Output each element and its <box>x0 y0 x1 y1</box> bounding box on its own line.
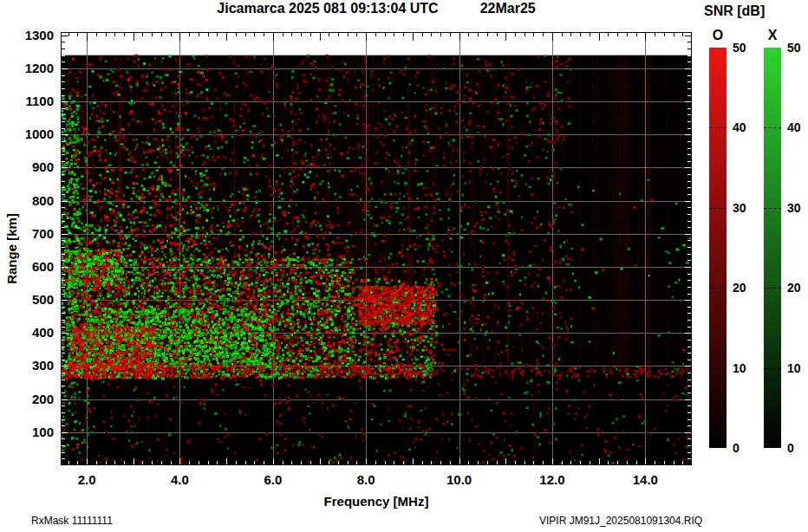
o-mode-dash-10 <box>709 368 727 369</box>
o-mode-label: O <box>709 28 727 43</box>
x-tick-label-12: 12.0 <box>531 472 573 486</box>
x-mode-dash-40 <box>764 127 781 128</box>
x-mode-tick-40: 40 <box>787 120 808 134</box>
x-mode-tick-50: 50 <box>787 41 808 55</box>
y-tick-label-400: 400 <box>9 326 54 340</box>
o-mode-tick-30: 30 <box>733 201 759 215</box>
y-tick-label-900: 900 <box>9 160 54 174</box>
x-tick-label-6: 6.0 <box>252 472 294 486</box>
rxmask-status: RxMask 11111111 <box>31 515 113 527</box>
x-mode-label: X <box>764 28 781 43</box>
y-tick-label-1000: 1000 <box>9 127 54 141</box>
x-mode-colorbar <box>764 48 781 448</box>
x-tick-label-8: 8.0 <box>345 472 387 486</box>
ionogram-plot-canvas <box>61 32 692 465</box>
y-tick-label-500: 500 <box>9 293 54 307</box>
x-axis-title: Frequency [MHz] <box>61 494 692 509</box>
plot-title-text: Jicamarca 2025 081 09:13:04 UTC <box>217 1 438 16</box>
x-mode-dash-20 <box>764 288 781 289</box>
plot-title: Jicamarca 2025 081 09:13:04 UTC 22Mar25 <box>61 1 692 16</box>
o-mode-tick-50: 50 <box>733 41 759 55</box>
x-mode-dash-30 <box>764 208 781 209</box>
colorbar-title: SNR [dB] <box>704 3 765 19</box>
o-mode-tick-20: 20 <box>733 281 759 295</box>
x-tick-label-4: 4.0 <box>159 472 200 486</box>
o-mode-dash-30 <box>709 208 727 209</box>
x-mode-tick-0: 0 <box>787 441 808 455</box>
o-mode-dash-20 <box>709 288 727 289</box>
y-tick-label-800: 800 <box>9 194 54 208</box>
y-tick-label-1300: 1300 <box>9 29 54 42</box>
x-tick-label-2: 2.0 <box>66 472 108 486</box>
o-mode-tick-0: 0 <box>733 441 759 455</box>
y-tick-label-100: 100 <box>9 425 54 439</box>
x-tick-label-14: 14.0 <box>624 472 666 486</box>
o-mode-tick-10: 10 <box>733 361 759 375</box>
x-mode-tick-30: 30 <box>787 201 808 215</box>
x-mode-tick-20: 20 <box>787 281 808 295</box>
o-mode-tick-40: 40 <box>733 120 759 134</box>
x-tick-label-10: 10.0 <box>439 472 480 486</box>
y-tick-label-700: 700 <box>9 227 54 241</box>
y-tick-label-600: 600 <box>9 260 54 274</box>
y-tick-label-1200: 1200 <box>9 62 54 75</box>
y-tick-label-300: 300 <box>9 359 54 373</box>
data-filename: VIPIR JM91J_2025081091304.RIQ <box>539 515 702 527</box>
ionogram-page: Jicamarca 2025 081 09:13:04 UTC 22Mar25 … <box>0 0 808 532</box>
plot-title-date: 22Mar25 <box>480 1 536 16</box>
o-mode-colorbar <box>709 48 727 448</box>
x-mode-tick-10: 10 <box>787 361 808 375</box>
o-mode-dash-40 <box>709 127 727 128</box>
x-mode-dash-10 <box>764 368 781 369</box>
y-tick-label-200: 200 <box>9 393 54 406</box>
y-tick-label-1100: 1100 <box>9 94 54 108</box>
